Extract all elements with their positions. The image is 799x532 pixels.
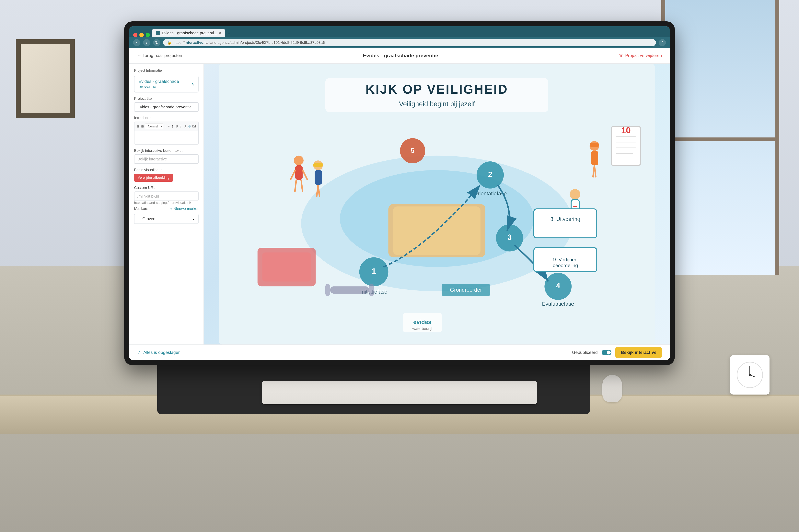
svg-rect-33 [313, 163, 323, 167]
rte-clear-btn[interactable]: ⌧ [192, 124, 196, 129]
svg-point-37 [570, 189, 580, 200]
reload-icon: ↻ [155, 40, 159, 45]
svg-rect-48 [262, 252, 311, 282]
custom-url-input[interactable] [134, 191, 199, 201]
main-layout: Project Informatie Evides - graafschade … [129, 64, 670, 344]
project-accordion-title: Evides - graafschade preventie [139, 79, 191, 89]
svg-rect-43 [589, 143, 599, 147]
clock [730, 355, 769, 395]
close-window-button[interactable] [133, 33, 138, 37]
traffic-lights [133, 33, 150, 37]
remove-image-button[interactable]: Verwijder afbeelding [134, 174, 173, 182]
published-toggle[interactable] [602, 350, 612, 355]
published-label: Gepubliceerd [572, 350, 598, 355]
maximize-window-button[interactable] [146, 33, 150, 37]
save-status: ✓ Alles is opgeslagen [137, 350, 181, 355]
window [661, 0, 779, 275]
markers-title: Markers [134, 206, 148, 211]
project-title-input[interactable] [134, 102, 199, 112]
svg-text:1: 1 [372, 267, 376, 275]
project-title-label: Project titel [134, 96, 199, 101]
back-to-projects-link[interactable]: ← Terug naar projecten [137, 53, 182, 58]
new-tab-button[interactable]: + [225, 29, 233, 37]
rte-content-area[interactable] [134, 131, 199, 145]
svg-text:KIJK OP VEILIGHEID: KIJK OP VEILIGHEID [365, 82, 508, 96]
kijk-op-veiligheid-svg: KIJK OP VEILIGHEID Veiligheid begint bij… [204, 64, 670, 344]
svg-text:8. Uitvoering: 8. Uitvoering [550, 216, 580, 222]
page-title: Evides - graafschade preventie [182, 53, 619, 59]
svg-text:evides: evides [413, 319, 431, 325]
check-circle-icon: ✓ [137, 350, 141, 355]
rte-underline-btn[interactable]: U [183, 124, 186, 129]
svg-text:Veiligheid begint bij jezelf: Veiligheid begint bij jezelf [399, 100, 475, 108]
svg-text:waterbedrijf: waterbedrijf [412, 326, 432, 331]
svg-point-3 [749, 374, 751, 376]
nav-forward-button[interactable]: › [143, 39, 150, 46]
delete-project-button[interactable]: 🗑 Project verwijderen [619, 53, 662, 58]
svg-rect-44 [591, 151, 598, 165]
interactive-btn-text-group: Bekijk interactive button tekst [134, 149, 199, 164]
markers-section: Markers + Nieuwe marker 1. Graven ∨ [134, 206, 199, 224]
options-dots-icon: ⋮ [660, 40, 664, 45]
basis-visualisatie-group: Basis visualisatie Verwijder afbeelding [134, 168, 199, 182]
page-footer: ✓ Alles is opgeslagen Gepubliceerd Bekij… [129, 344, 670, 360]
introductie-group: Introductie ⊞ ⊟ Normal ≡ ¶ B I [134, 116, 199, 145]
left-panel: Project Informatie Evides - graafschade … [129, 64, 204, 344]
custom-url-group: Custom URL https://flatland-staging.futu… [134, 186, 199, 205]
marker-item[interactable]: 1. Graven ∨ [134, 214, 199, 224]
section-title: Project Informatie [134, 69, 199, 73]
rte-italic-btn[interactable]: I [179, 124, 182, 129]
rte-bold-btn[interactable]: B [175, 124, 178, 129]
minimize-window-button[interactable] [140, 33, 144, 37]
interactive-btn-text-label: Bekijk interactive button tekst [134, 149, 199, 153]
picture-frame [16, 39, 75, 118]
rte-link-btn[interactable]: 🔗 [187, 124, 191, 129]
mouse [602, 375, 622, 402]
marker-name: 1. Graven [138, 216, 155, 221]
page-content: ← Terug naar projecten Evides - graafsch… [129, 48, 670, 360]
bekijk-interactive-button[interactable]: Bekijk interactive [615, 347, 662, 358]
tab-close-button[interactable]: × [219, 31, 221, 35]
svg-rect-54 [330, 286, 369, 293]
browser-chrome: Evides - graafschade preventi... × + ‹ ›… [129, 26, 670, 48]
preview-illustration: KIJK OP VEILIGHEID Veiligheid begint bij… [204, 64, 670, 344]
trash-icon: 🗑 [619, 53, 623, 58]
chevron-up-icon: ∧ [191, 81, 194, 87]
svg-text:2: 2 [488, 170, 492, 178]
delete-project-label: Project verwijderen [625, 53, 662, 58]
browser-navigation-bar: ‹ › ↻ 🔒 https://interactive.flatland.age… [129, 37, 670, 48]
save-status-text: Alles is opgeslagen [143, 350, 181, 355]
rte-list-btn[interactable]: ≡ [167, 124, 170, 129]
right-panel-preview: KIJK OP VEILIGHEID Veiligheid begint bij… [204, 64, 670, 344]
svg-text:Grondroer­der: Grondroer­der [450, 287, 482, 293]
svg-text:10: 10 [621, 126, 631, 135]
rte-table-btn[interactable]: ⊟ [141, 124, 144, 129]
svg-text:Evaluatiefase: Evaluatiefase [542, 301, 574, 307]
svg-text:9. Verfijnen: 9. Verfijnen [553, 257, 577, 262]
lock-icon: 🔒 [167, 40, 171, 45]
interactive-btn-text-input[interactable] [134, 154, 199, 164]
rte-para-btn[interactable]: ¶ [171, 124, 174, 129]
svg-rect-55 [325, 284, 330, 296]
svg-text:4: 4 [556, 281, 560, 290]
marker-chevron-down-icon: ∨ [192, 217, 195, 221]
reload-button[interactable]: ↻ [153, 39, 160, 46]
svg-text:5: 5 [411, 147, 415, 154]
back-arrow-icon: ‹ [136, 40, 138, 45]
rte-format-dropdown[interactable]: Normal [145, 124, 163, 129]
new-marker-button[interactable]: + Nieuwe marker [170, 207, 199, 211]
browser-tab-active[interactable]: Evides - graafschade preventi... × [152, 29, 225, 37]
svg-text:beoordeling: beoordeling [553, 263, 578, 268]
rte-image-btn[interactable]: ⊞ [137, 124, 140, 129]
svg-rect-49 [534, 209, 597, 238]
keyboard [262, 381, 537, 404]
project-accordion-header[interactable]: Evides - graafschade preventie ∧ [134, 76, 199, 93]
tab-favicon [156, 31, 160, 35]
browser-options-button[interactable]: ⋮ [659, 39, 666, 46]
footer-right: Gepubliceerd Bekijk interactive [572, 347, 662, 358]
nav-back-button[interactable]: ‹ [133, 39, 140, 46]
introductie-label: Introductie [134, 116, 199, 120]
svg-text:3: 3 [507, 233, 512, 241]
monitor: Evides - graafschade preventi... × + ‹ ›… [124, 21, 675, 365]
address-bar[interactable]: 🔒 https://interactive.flatland.agency/ad… [163, 39, 656, 46]
